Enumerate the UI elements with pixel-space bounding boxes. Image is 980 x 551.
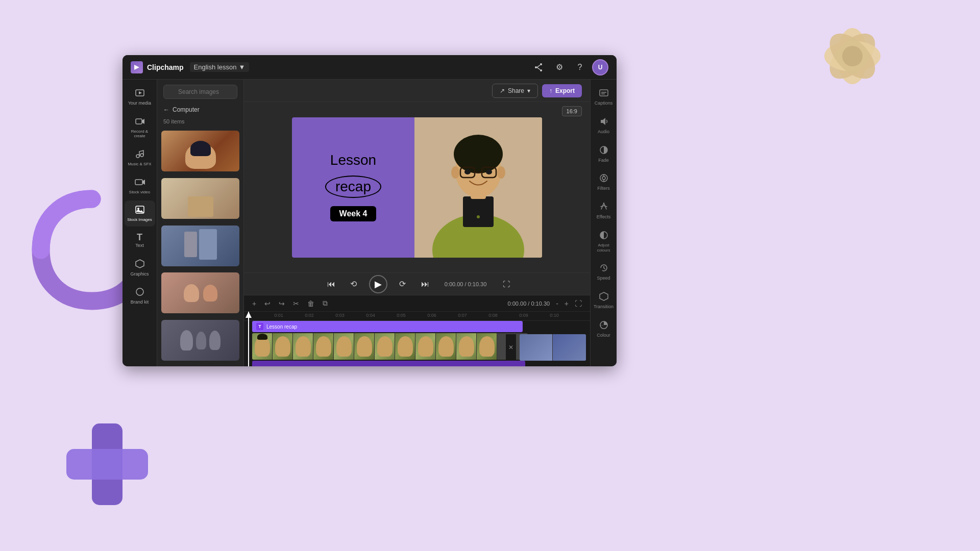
svg-point-28 — [497, 166, 505, 179]
ruler-mark-0:04: 0:04 — [366, 313, 375, 318]
ratio-badge: 16:9 — [562, 106, 582, 116]
fullscreen-button[interactable]: ⛶ — [503, 280, 510, 288]
svg-marker-19 — [136, 260, 144, 268]
back-button[interactable]: ← Computer — [157, 103, 243, 116]
video-frame-5 — [334, 333, 354, 360]
right-sidebar-captions[interactable]: Captions — [592, 84, 616, 110]
video-frame-9 — [415, 333, 436, 360]
back-arrow-icon: ← — [163, 106, 169, 113]
image-thumb-5[interactable] — [161, 320, 239, 361]
timeline-redo-button[interactable]: ↪ — [277, 298, 287, 309]
video-frame-3 — [293, 333, 313, 360]
sidebar-item-music-sfx[interactable]: Music & SFX — [125, 145, 155, 171]
help-btn[interactable]: ? — [572, 59, 588, 76]
image-thumb-3[interactable] — [161, 226, 239, 266]
sidebar-item-stock-video[interactable]: Stock video — [125, 173, 155, 199]
search-wrapper: 🔍 — [163, 85, 237, 99]
right-sidebar-filters[interactable]: Filters — [592, 169, 616, 195]
zoom-in-button[interactable]: + — [562, 298, 571, 309]
sidebar-item-stock-images[interactable]: Stock Images — [125, 201, 155, 227]
left-sidebar: Your media Record & create Music & SFX S… — [122, 80, 157, 366]
app-logo-icon — [131, 61, 143, 73]
person-svg — [414, 117, 542, 258]
timeline-delete-button[interactable]: 🗑 — [305, 298, 316, 309]
preview-lesson-recap: recap — [325, 176, 381, 198]
timeline-undo-button[interactable]: ↩ — [262, 298, 273, 309]
text-track-icon: T — [256, 323, 263, 330]
svg-point-20 — [136, 288, 143, 295]
text-track[interactable]: T Lesson recap — [252, 321, 523, 332]
svg-rect-16 — [135, 180, 142, 185]
timeline-copy-button[interactable]: ⧉ — [321, 298, 330, 309]
image-thumb-1[interactable] — [161, 131, 239, 171]
svg-line-10 — [537, 65, 540, 67]
export-icon: ↑ — [549, 87, 552, 94]
rewind-button[interactable]: ⟲ — [347, 277, 361, 291]
canvas-main: 16:9 Lesson recap Week 4 — [244, 102, 590, 272]
sidebar-item-text[interactable]: T Text — [125, 229, 155, 253]
video-frame-12 — [477, 333, 497, 360]
ruler-mark-0:07: 0:07 — [458, 313, 467, 318]
video-preview: Lesson recap Week 4 — [292, 117, 542, 258]
settings-btn[interactable]: ⚙ — [551, 59, 568, 76]
preview-person — [414, 117, 542, 258]
sidebar-item-record-create[interactable]: Record & create — [125, 112, 155, 143]
sidebar-item-brand-kit[interactable]: Brand kit — [125, 283, 155, 309]
timeline-cut-button[interactable]: ✂ — [291, 298, 301, 309]
right-sidebar-speed[interactable]: Speed — [592, 259, 616, 285]
search-input[interactable] — [163, 85, 237, 99]
app-name: Clipchamp — [147, 63, 184, 71]
preview-week-badge: Week 4 — [330, 206, 377, 221]
svg-marker-38 — [601, 118, 605, 125]
image-grid — [157, 129, 243, 366]
image-thumb-2[interactable] — [161, 178, 239, 219]
svg-point-4 — [842, 46, 863, 66]
video-track-main[interactable] — [252, 333, 528, 360]
fade-icon — [599, 145, 609, 157]
skip-back-button[interactable]: ⏮ — [324, 277, 338, 291]
play-pause-button[interactable]: ▶ — [369, 275, 387, 293]
timeline-add-button[interactable]: + — [250, 298, 258, 309]
ruler-mark-0:03: 0:03 — [335, 313, 345, 318]
timeline-playhead[interactable] — [248, 312, 249, 366]
share-button[interactable]: ↗ Share ▾ — [492, 84, 538, 98]
image-thumb-4[interactable] — [161, 272, 239, 313]
ruler-mark-0:08: 0:08 — [488, 313, 498, 318]
sidebar-item-graphics[interactable]: Graphics — [125, 255, 155, 281]
time-display: 0:00.00 / 0:10.30 — [445, 281, 487, 287]
export-button[interactable]: ↑ Export — [542, 84, 582, 97]
purple-track[interactable] — [252, 361, 525, 366]
svg-point-14 — [136, 155, 139, 158]
right-sidebar-transition[interactable]: Transition — [592, 287, 616, 314]
video-frame-11 — [456, 333, 477, 360]
track-break-icon[interactable]: ✕ — [506, 334, 516, 361]
video-frames — [252, 333, 528, 360]
timeline-time-display: 0:00.00 / 0:10.30 — [508, 300, 550, 307]
cross-decoration — [61, 418, 153, 510]
right-sidebar-colour[interactable]: Colour — [592, 316, 616, 342]
share-icon-btn[interactable] — [531, 59, 547, 76]
user-avatar[interactable]: U — [592, 59, 608, 76]
right-sidebar-adjust-colours[interactable]: Adjust colours — [592, 226, 616, 257]
right-sidebar-effects[interactable]: Effects — [592, 197, 616, 224]
skip-end-button[interactable]: ⏭ — [418, 277, 432, 291]
ruler-mark-0:06: 0:06 — [427, 313, 436, 318]
title-bar-actions: ⚙ ? U — [531, 59, 608, 76]
right-sidebar-fade[interactable]: Fade — [592, 141, 616, 167]
timeline-content: 0:01 0:02 0:03 0:04 0:05 0:06 0:07 0:08 … — [244, 312, 590, 366]
right-sidebar-audio[interactable]: Audio — [592, 112, 616, 139]
video-track-extra[interactable] — [520, 334, 586, 361]
audio-icon — [599, 116, 609, 128]
video-frame-4 — [313, 333, 334, 360]
panel-header: 🔍 — [157, 80, 243, 103]
zoom-out-button[interactable]: - — [554, 298, 560, 309]
colour-icon — [599, 320, 609, 332]
svg-point-41 — [602, 177, 605, 180]
preview-left-panel: Lesson recap Week 4 — [292, 117, 414, 258]
sidebar-item-your-media[interactable]: Your media — [125, 84, 155, 110]
share-icon: ↗ — [500, 87, 505, 94]
fast-forward-button[interactable]: ⟳ — [396, 277, 410, 291]
fit-timeline-button[interactable]: ⛶ — [573, 298, 584, 309]
project-name-badge[interactable]: English lesson ▼ — [190, 62, 250, 72]
video-frame-7 — [375, 333, 395, 360]
